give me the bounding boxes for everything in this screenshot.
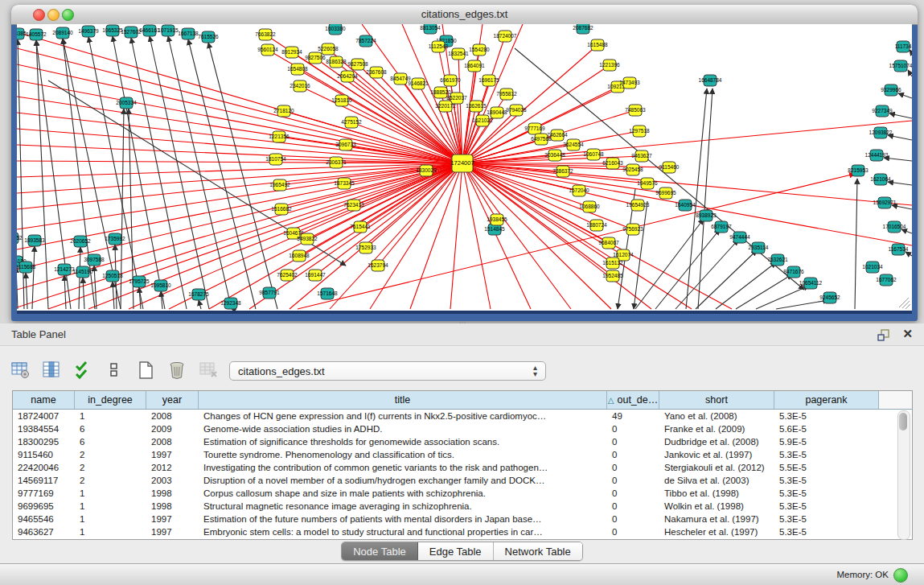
graph-node[interactable]: 3220172 bbox=[435, 101, 456, 112]
graph-node[interactable]: 17016504 bbox=[883, 221, 906, 233]
float-window-icon[interactable] bbox=[877, 328, 890, 341]
graph-node[interactable]: 1496379 bbox=[78, 26, 99, 37]
table-cell-out_de[interactable]: 0 bbox=[607, 525, 659, 538]
show-columns-icon[interactable] bbox=[41, 360, 62, 381]
graph-node[interactable]: 111734 bbox=[895, 41, 912, 52]
graph-node[interactable]: 1677062 bbox=[876, 274, 897, 286]
graph-node[interactable]: 1640954 bbox=[675, 200, 696, 211]
memory-ok-icon[interactable] bbox=[893, 568, 908, 583]
table-cell-short[interactable]: Nakamura et al. (1997) bbox=[659, 513, 774, 525]
table-cell-name[interactable]: 9777169 bbox=[13, 487, 75, 500]
table-cell-in_degree[interactable]: 1 bbox=[75, 410, 146, 422]
table-cell-year[interactable]: 1997 bbox=[146, 513, 199, 525]
table-cell-name[interactable]: 19384554 bbox=[13, 422, 75, 435]
graph-node[interactable]: 6879197 bbox=[711, 221, 732, 233]
table-cell-in_degree[interactable]: 2 bbox=[75, 461, 146, 474]
table-cell-out_de[interactable]: 0 bbox=[607, 461, 659, 474]
table-row[interactable]: 946362711997Embryonic stem cells: a mode… bbox=[13, 525, 912, 538]
graph-node[interactable]: 1571648 bbox=[317, 288, 338, 299]
graph-node[interactable]: 5493822 bbox=[297, 233, 318, 245]
table-cell-year[interactable]: 2008 bbox=[146, 435, 199, 448]
window-titlebar[interactable]: citations_edges.txt bbox=[11, 5, 918, 25]
table-cell-name[interactable]: 14569117 bbox=[13, 474, 75, 487]
table-cell-out_de[interactable]: 0 bbox=[607, 448, 659, 461]
graph-node[interactable]: 9699695 bbox=[655, 187, 676, 199]
table-row[interactable]: 911546021997Tourette syndrome. Phenomeno… bbox=[13, 448, 912, 461]
graph-node[interactable]: 1145190 bbox=[73, 266, 93, 278]
graph-node[interactable]: 1115688 bbox=[17, 262, 36, 273]
table-row[interactable]: 969969511998Structural magnetic resonanc… bbox=[13, 500, 912, 513]
table-cell-pagerank[interactable]: 5.3E-5 bbox=[774, 513, 879, 525]
table-row[interactable]: 946554611997Estimation of the future num… bbox=[13, 513, 912, 525]
table-cell-year[interactable]: 2012 bbox=[146, 461, 199, 474]
table-cell-name[interactable]: 22420046 bbox=[13, 461, 75, 474]
graph-node[interactable]: 1667138 bbox=[178, 28, 199, 39]
graph-node[interactable]: 1021034 bbox=[862, 262, 883, 273]
graph-node[interactable]: 1527602 bbox=[121, 27, 142, 38]
graph-node[interactable]: 3097588 bbox=[84, 254, 105, 266]
graph-node[interactable]: 9245652 bbox=[819, 292, 840, 303]
graph-node[interactable]: 2526052 bbox=[17, 233, 23, 244]
graph-node[interactable]: 9827506 bbox=[305, 52, 326, 64]
graph-node[interactable]: 15692971 bbox=[873, 197, 897, 208]
table-cell-title[interactable]: Tourette syndrome. Phenomenology and cla… bbox=[199, 448, 607, 461]
table-cell-title[interactable]: Investigating the contribution of common… bbox=[199, 461, 607, 474]
table-cell-in_degree[interactable]: 2 bbox=[75, 448, 146, 461]
table-row[interactable]: 1456911722003Disruption of a novel membe… bbox=[13, 474, 912, 487]
graph-node[interactable]: 1952485 bbox=[602, 270, 623, 282]
graph-node[interactable]: 1615132 bbox=[602, 257, 623, 269]
table-row[interactable]: 2242004622012Investigating the contribut… bbox=[13, 461, 912, 474]
table-cell-in_degree[interactable]: 2 bbox=[75, 474, 146, 487]
table-cell-year[interactable]: 2009 bbox=[146, 422, 199, 435]
graph-node[interactable]: 1864091 bbox=[464, 60, 485, 72]
graph-node[interactable]: 1678275 bbox=[188, 289, 209, 300]
graph-node[interactable]: 1572040 bbox=[569, 185, 589, 196]
graph-node[interactable]: 9146821 bbox=[408, 78, 429, 89]
table-cell-title[interactable]: Estimation of the future numbers of pati… bbox=[199, 513, 607, 525]
table-cell-year[interactable]: 2008 bbox=[146, 410, 199, 422]
graph-node[interactable]: 8813054 bbox=[420, 24, 441, 34]
graph-node[interactable]: 1095810 bbox=[150, 280, 171, 291]
graph-node[interactable]: 6466161 bbox=[139, 25, 160, 36]
table-cell-short[interactable]: Wolkin et al. (1998) bbox=[659, 500, 774, 513]
resize-grip-icon[interactable] bbox=[899, 298, 910, 309]
graph-node[interactable]: 1615488 bbox=[587, 39, 608, 51]
table-cell-in_degree[interactable]: 1 bbox=[75, 525, 146, 538]
column-header-year[interactable]: year bbox=[146, 391, 199, 409]
table-cell-name[interactable]: 9463627 bbox=[13, 525, 75, 538]
graph-node[interactable]: 2087682 bbox=[573, 24, 593, 34]
graph-node[interactable]: 1608948 bbox=[289, 250, 310, 262]
table-cell-pagerank[interactable]: 5.3E-5 bbox=[774, 474, 879, 487]
graph-node[interactable]: 15751074 bbox=[889, 60, 912, 72]
column-settings-icon[interactable] bbox=[10, 360, 31, 381]
table-cell-out_de[interactable]: 0 bbox=[607, 474, 659, 487]
graph-node[interactable]: 1516682 bbox=[271, 204, 292, 215]
table-cell-in_degree[interactable]: 1 bbox=[75, 513, 146, 525]
graph-node[interactable]: 3624554 bbox=[563, 139, 584, 150]
graph-node[interactable]: 1071915 bbox=[158, 25, 179, 36]
graph-node[interactable]: 12444193 bbox=[865, 150, 889, 161]
graph-node[interactable]: 1795725 bbox=[129, 276, 150, 287]
graph-node[interactable]: 16648784 bbox=[699, 75, 722, 86]
table-cell-pagerank[interactable]: 5.3E-5 bbox=[774, 500, 879, 513]
table-cell-year[interactable]: 2003 bbox=[146, 474, 199, 487]
graph-node[interactable]: 7615441 bbox=[350, 221, 371, 233]
table-cell-title[interactable]: Disruption of a novel member of a sodium… bbox=[199, 474, 607, 487]
table-cell-pagerank[interactable]: 5.3E-5 bbox=[774, 525, 879, 538]
graph-node[interactable]: 9777169 bbox=[524, 123, 545, 134]
graph-node[interactable]: 8471676 bbox=[783, 266, 804, 278]
graph-node[interactable]: 1752933 bbox=[355, 242, 376, 253]
column-header-short[interactable]: short bbox=[659, 391, 774, 409]
graph-node[interactable]: 1554280 bbox=[469, 44, 490, 56]
graph-node[interactable]: 1621064 bbox=[870, 174, 891, 185]
table-cell-in_degree[interactable]: 6 bbox=[75, 422, 146, 435]
table-row[interactable]: 1830029562008Estimation of significance … bbox=[13, 435, 912, 448]
table-cell-year[interactable]: 1997 bbox=[146, 525, 199, 538]
graph-node[interactable]: 1735992 bbox=[105, 233, 125, 245]
table-cell-pagerank[interactable]: 5.3E-5 bbox=[774, 410, 879, 422]
graph-node[interactable]: 6216043 bbox=[602, 158, 623, 169]
graph-node[interactable]: 1221396 bbox=[599, 60, 620, 71]
graph-node[interactable]: 1405572 bbox=[26, 29, 47, 40]
table-cell-out_de[interactable]: 49 bbox=[607, 410, 659, 422]
table-cell-pagerank[interactable]: 5.3E-5 bbox=[774, 487, 879, 500]
